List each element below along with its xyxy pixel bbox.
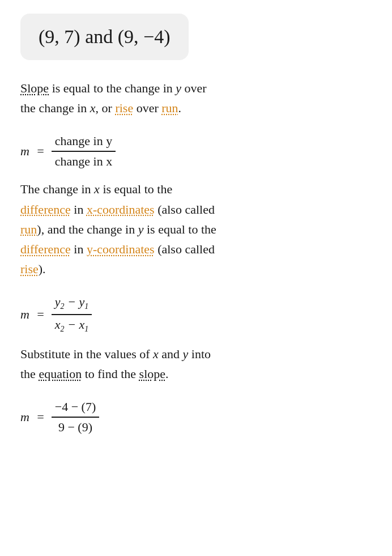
fraction-3: −4 − (7) 9 − (9) bbox=[52, 400, 99, 435]
equals-3: = bbox=[36, 410, 45, 425]
x-italic-3: x bbox=[153, 347, 159, 361]
x-italic-2: x bbox=[94, 182, 100, 196]
run-link-2[interactable]: run bbox=[20, 222, 37, 236]
slope-link[interactable]: Slope bbox=[20, 81, 49, 95]
difference-link-1[interactable]: difference bbox=[20, 202, 71, 217]
equals-2: = bbox=[36, 307, 45, 322]
equation-link[interactable]: equation bbox=[39, 367, 82, 381]
change-text2: is equal to the bbox=[100, 182, 172, 196]
fraction-1-denominator: change in x bbox=[52, 152, 116, 169]
x2-sub: 2 bbox=[61, 325, 65, 333]
sub-text2: and bbox=[159, 347, 183, 361]
period-1: . bbox=[178, 101, 182, 115]
x1-sym: x bbox=[79, 317, 84, 332]
fraction-2-denominator: x2 − x1 bbox=[52, 315, 92, 334]
change-explanation: The change in x is equal to the differen… bbox=[20, 179, 372, 279]
x1-sub: 1 bbox=[84, 325, 88, 333]
header-box: (9, 7) and (9, −4) bbox=[20, 14, 189, 60]
slope-definition: Slope is equal to the change in y over t… bbox=[20, 78, 372, 118]
sub-text6: . bbox=[165, 367, 169, 381]
change-text3: in bbox=[71, 202, 87, 217]
rise-link[interactable]: rise bbox=[115, 101, 133, 115]
change-text7: in bbox=[71, 242, 87, 256]
y-italic-2: y bbox=[138, 222, 144, 236]
substitute-section: Substitute in the values of x and y into… bbox=[20, 344, 372, 384]
m-label-3: m bbox=[20, 410, 29, 425]
fraction-2-block: m = y2 − y1 x2 − x1 bbox=[20, 295, 372, 334]
change-text9: ). bbox=[39, 262, 46, 276]
difference-link-2[interactable]: difference bbox=[20, 242, 71, 256]
change-text8: (also called bbox=[155, 242, 215, 256]
fraction-3-numerator: −4 − (7) bbox=[52, 400, 99, 418]
m-label-2: m bbox=[20, 307, 29, 322]
x2-sym: x bbox=[55, 317, 61, 332]
fraction-1-numerator: change in y bbox=[52, 134, 116, 152]
den-minus: − bbox=[67, 317, 76, 332]
change-text4: (also called bbox=[155, 202, 215, 217]
change-text5: ), and the change in bbox=[37, 222, 138, 236]
slope-intro-text1: is equal to the change in bbox=[49, 81, 176, 95]
y-italic-1: y bbox=[176, 81, 181, 95]
fraction-1-block: m = change in y change in x bbox=[20, 134, 372, 169]
run-link[interactable]: run bbox=[161, 101, 178, 115]
ycoords-link[interactable]: y-coordinates bbox=[87, 242, 155, 256]
slope-intro-comma: , or bbox=[96, 101, 116, 115]
fraction-2: y2 − y1 x2 − x1 bbox=[52, 295, 92, 334]
change-text6: is equal to the bbox=[143, 222, 216, 236]
slope-intro-text3: the change in bbox=[20, 101, 90, 115]
y1-sub: 1 bbox=[84, 303, 88, 311]
x-italic-1: x bbox=[90, 101, 96, 115]
fraction-3-denominator: 9 − (9) bbox=[55, 418, 96, 435]
fraction-2-numerator: y2 − y1 bbox=[52, 295, 92, 315]
equals-1: = bbox=[36, 144, 45, 159]
sub-text1: Substitute in the values of bbox=[20, 347, 153, 361]
header-coords: (9, 7) and (9, −4) bbox=[39, 26, 171, 47]
xcoords-link[interactable]: x-coordinates bbox=[87, 202, 155, 217]
y2-sym: y bbox=[55, 295, 61, 309]
fraction-3-block: m = −4 − (7) 9 − (9) bbox=[20, 400, 372, 435]
y2-sub: 2 bbox=[61, 303, 65, 311]
over-text: over bbox=[133, 101, 161, 115]
m-label-1: m bbox=[20, 144, 29, 159]
sub-text5: to find the bbox=[82, 367, 139, 381]
sub-text4: the bbox=[20, 367, 39, 381]
slope-link-2[interactable]: slope bbox=[139, 367, 165, 381]
y1-sym: y bbox=[79, 295, 84, 309]
change-text1: The change in bbox=[20, 182, 94, 196]
slope-intro-text2: over bbox=[181, 81, 207, 95]
rise-link-2[interactable]: rise bbox=[20, 262, 39, 276]
y-italic-3: y bbox=[183, 347, 189, 361]
sub-text3: into bbox=[188, 347, 211, 361]
num-minus: − bbox=[67, 295, 76, 309]
fraction-1: change in y change in x bbox=[52, 134, 116, 169]
